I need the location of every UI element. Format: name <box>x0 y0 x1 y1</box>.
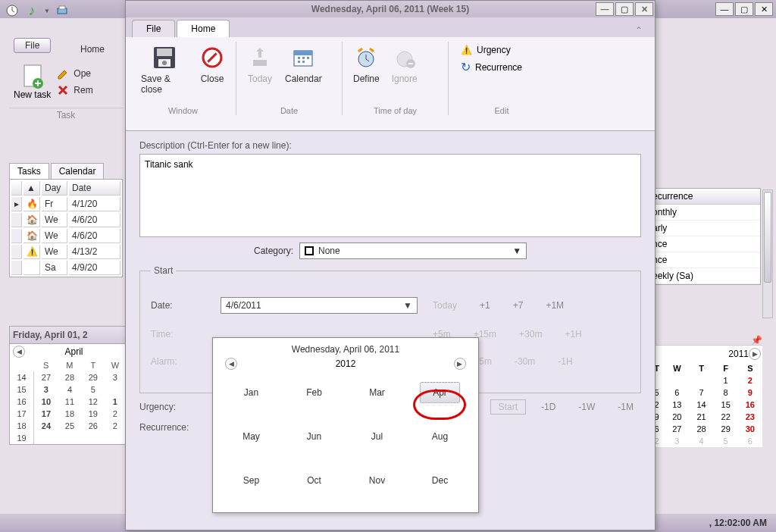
new-task-label: New task <box>14 89 51 100</box>
table-row[interactable]: ⚠️We4/13/2 <box>11 245 120 259</box>
svg-point-8 <box>162 61 167 65</box>
minus-1d-chip[interactable]: -1D <box>534 400 563 414</box>
list-item[interactable]: arly <box>648 221 760 236</box>
start-legend: Start <box>151 265 176 276</box>
next-year-button[interactable]: ▶ <box>454 358 466 370</box>
dialog-file-tab[interactable]: File <box>132 20 175 37</box>
urgency-button[interactable]: ⚠️Urgency <box>461 45 522 55</box>
table-row[interactable]: ▸🔥Fr4/1/20 <box>11 197 120 211</box>
list-item[interactable]: nce <box>648 236 760 252</box>
urgency-field-label: Urgency: <box>139 402 202 412</box>
category-select[interactable]: None ▼ <box>299 243 527 259</box>
month-feb[interactable]: Feb <box>294 382 334 403</box>
remove-button[interactable]: Rem <box>55 82 94 99</box>
month-jan[interactable]: Jan <box>231 382 271 403</box>
new-task-button[interactable]: New task <box>9 59 55 105</box>
main-home-tab[interactable]: Home <box>80 44 105 55</box>
today-button[interactable]: Today <box>241 42 279 87</box>
calendar-tab[interactable]: Calendar <box>51 163 105 179</box>
list-item[interactable]: eekly (Sa) <box>648 268 760 284</box>
dialog-max-button[interactable]: ▢ <box>615 2 634 16</box>
main-max-button[interactable]: ▢ <box>735 2 753 16</box>
table-row[interactable]: 🏠We4/6/20 <box>11 229 120 243</box>
col-date[interactable]: Date <box>69 181 120 196</box>
minus-1w-chip[interactable]: -1W <box>571 400 602 414</box>
start-chip[interactable]: Start <box>490 399 526 415</box>
plus-30m-chip[interactable]: +30m <box>512 327 549 341</box>
plus-1-chip[interactable]: +1 <box>472 299 498 312</box>
plus-7-chip[interactable]: +7 <box>505 299 531 312</box>
category-swatch <box>305 246 314 255</box>
minical-title: Friday, April 01, 2 <box>10 327 126 344</box>
dialog-close-button[interactable]: ✕ <box>635 2 653 16</box>
ignore-button[interactable]: Ignore <box>386 42 424 87</box>
scrollbar-thumb[interactable] <box>764 192 771 283</box>
main-ribbon-left: New task Ope Rem Task <box>9 59 123 122</box>
month-dec[interactable]: Dec <box>420 470 460 491</box>
popup-year[interactable]: 2012 <box>336 358 356 369</box>
month-sep[interactable]: Sep <box>231 470 271 491</box>
col-sort[interactable]: ▲ <box>23 181 40 196</box>
month-apr[interactable]: Apr <box>420 382 460 403</box>
tasks-panel: Tasks Calendar ▲ Day Date ▸🔥Fr4/1/20 🏠We… <box>9 163 123 277</box>
prev-year-button[interactable]: ◀ <box>225 358 237 370</box>
open-button[interactable]: Ope <box>55 65 94 82</box>
prev-month-button[interactable]: ◀ <box>13 346 25 358</box>
list-item[interactable]: onthly <box>648 205 760 221</box>
tasks-tab[interactable]: Tasks <box>9 163 49 179</box>
save-close-button[interactable]: Save & close <box>135 42 193 98</box>
minus-30m-chip[interactable]: -30m <box>507 355 543 368</box>
ribbon-collapse-icon[interactable]: ⌃ <box>635 25 647 37</box>
next-year-button[interactable]: ▶ <box>749 348 761 360</box>
clock-icon[interactable] <box>5 3 20 18</box>
music-icon[interactable]: ♪ <box>24 3 39 18</box>
dialog-min-button[interactable]: — <box>596 2 614 16</box>
main-min-button[interactable]: — <box>715 2 734 16</box>
plus-1m-chip[interactable]: +1M <box>538 299 571 312</box>
tasks-grid: ▲ Day Date ▸🔥Fr4/1/20 🏠We4/6/20 🏠We4/6/2… <box>9 179 123 277</box>
plus-1h-chip[interactable]: +1H <box>557 327 589 341</box>
col-day[interactable]: Day <box>42 181 67 196</box>
date-input[interactable]: 4/6/2011 ▼ <box>221 297 418 314</box>
today-chip[interactable]: Today <box>425 299 465 312</box>
month-nov[interactable]: Nov <box>357 470 397 491</box>
table-row[interactable]: 🏠We4/6/20 <box>11 213 120 227</box>
date-label: Date: <box>151 300 213 311</box>
month-jun[interactable]: Jun <box>294 426 334 447</box>
month-aug[interactable]: Aug <box>420 426 460 447</box>
right-scrollbar[interactable] <box>762 189 773 318</box>
list-item[interactable]: nce <box>648 252 760 268</box>
main-file-tab[interactable]: File <box>14 38 51 53</box>
alarm-label: Alarm: <box>151 356 213 367</box>
dialog-home-tab[interactable]: Home <box>177 20 230 37</box>
close-button[interactable]: Close <box>193 42 231 87</box>
minical-month: April <box>64 346 83 357</box>
alarm-icon <box>353 45 379 70</box>
main-close-button[interactable]: ✕ <box>755 2 773 16</box>
recurrence-button[interactable]: ↻Recurrence <box>461 60 522 74</box>
col-handle[interactable] <box>11 181 22 196</box>
pin-icon[interactable]: 📌 <box>751 335 762 346</box>
month-jul[interactable]: Jul <box>357 426 397 447</box>
calendar-button[interactable]: Calendar <box>279 42 328 87</box>
table-row[interactable]: Sa4/9/20 <box>11 261 120 275</box>
left-mini-calendar: Friday, April 01, 2 ◀ April SMTW 1427282… <box>9 326 127 445</box>
month-oct[interactable]: Oct <box>294 470 334 491</box>
print-icon[interactable] <box>55 3 70 18</box>
define-button[interactable]: Define <box>347 42 386 87</box>
date-value: 4/6/2011 <box>226 300 261 311</box>
task-group-label: Task <box>9 108 123 122</box>
list-header[interactable]: ecurrence <box>648 189 760 205</box>
month-may[interactable]: May <box>231 426 271 447</box>
open-label: Ope <box>74 68 91 79</box>
urgency-label: Urgency <box>477 45 511 55</box>
dropdown-icon[interactable]: ▼ <box>44 8 50 14</box>
right-panel: ecurrence onthly arly nce nce eekly (Sa) <box>647 188 761 285</box>
chevron-down-icon: ▼ <box>512 246 521 256</box>
minus-1h-chip[interactable]: -1H <box>550 355 580 368</box>
month-mar[interactable]: Mar <box>357 382 397 403</box>
minus-1m-chip[interactable]: -1M <box>610 400 641 414</box>
status-time: , 12:02:00 AM <box>709 518 767 528</box>
description-input[interactable] <box>139 154 641 237</box>
dialog-title: Wednesday, April 06, 2011 (Week 15) <box>311 4 469 14</box>
